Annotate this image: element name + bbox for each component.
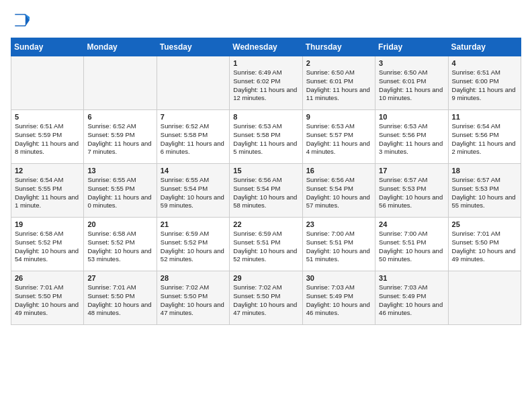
weekday-header: Tuesday [157, 38, 229, 56]
calendar-cell: 9Sunrise: 6:53 AM Sunset: 5:57 PM Daylig… [302, 110, 375, 164]
calendar-cell: 19Sunrise: 6:58 AM Sunset: 5:52 PM Dayli… [11, 218, 84, 271]
calendar-cell: 18Sunrise: 6:57 AM Sunset: 5:53 PM Dayli… [448, 164, 521, 218]
day-info: Sunrise: 6:52 AM Sunset: 5:59 PM Dayligh… [87, 122, 152, 156]
weekday-header: Wednesday [230, 38, 302, 56]
calendar-cell: 25Sunrise: 7:01 AM Sunset: 5:50 PM Dayli… [448, 218, 521, 271]
day-info: Sunrise: 7:03 AM Sunset: 5:49 PM Dayligh… [306, 283, 371, 318]
day-number: 29 [233, 274, 298, 282]
day-number: 31 [379, 274, 444, 282]
calendar-cell: 30Sunrise: 7:03 AM Sunset: 5:49 PM Dayli… [302, 271, 375, 325]
day-info: Sunrise: 6:54 AM Sunset: 5:56 PM Dayligh… [452, 122, 517, 156]
day-number: 3 [379, 59, 444, 67]
day-number: 11 [452, 113, 517, 121]
calendar-week-row: 26Sunrise: 7:01 AM Sunset: 5:50 PM Dayli… [11, 271, 521, 325]
calendar-cell: 22Sunrise: 6:59 AM Sunset: 5:51 PM Dayli… [230, 218, 302, 271]
day-number: 23 [306, 220, 371, 228]
calendar-cell: 5Sunrise: 6:51 AM Sunset: 5:59 PM Daylig… [11, 110, 84, 164]
weekday-header: Monday [84, 38, 157, 56]
day-number: 30 [306, 274, 371, 282]
day-number: 12 [15, 167, 80, 175]
day-info: Sunrise: 6:53 AM Sunset: 5:57 PM Dayligh… [306, 122, 371, 156]
day-number: 14 [161, 167, 226, 175]
day-info: Sunrise: 7:03 AM Sunset: 5:49 PM Dayligh… [379, 283, 444, 318]
calendar-cell: 26Sunrise: 7:01 AM Sunset: 5:50 PM Dayli… [11, 271, 84, 325]
day-number: 21 [161, 220, 226, 228]
day-number: 2 [306, 59, 371, 67]
day-info: Sunrise: 7:01 AM Sunset: 5:50 PM Dayligh… [15, 283, 80, 318]
calendar-cell: 6Sunrise: 6:52 AM Sunset: 5:59 PM Daylig… [84, 110, 157, 164]
calendar-cell: 29Sunrise: 7:02 AM Sunset: 5:50 PM Dayli… [230, 271, 302, 325]
calendar-cell [448, 271, 521, 325]
calendar-week-row: 12Sunrise: 6:54 AM Sunset: 5:55 PM Dayli… [11, 164, 521, 218]
day-info: Sunrise: 6:55 AM Sunset: 5:55 PM Dayligh… [87, 176, 152, 210]
weekday-header: Sunday [11, 38, 84, 56]
day-info: Sunrise: 6:50 AM Sunset: 6:01 PM Dayligh… [306, 68, 371, 103]
day-number: 5 [15, 113, 80, 121]
day-info: Sunrise: 6:55 AM Sunset: 5:54 PM Dayligh… [161, 176, 226, 210]
day-number: 15 [233, 167, 298, 175]
calendar-cell: 14Sunrise: 6:55 AM Sunset: 5:54 PM Dayli… [157, 164, 229, 218]
weekday-header: Saturday [448, 38, 521, 56]
day-number: 17 [379, 167, 444, 175]
day-info: Sunrise: 7:00 AM Sunset: 5:51 PM Dayligh… [379, 230, 444, 264]
day-number: 28 [161, 274, 226, 282]
calendar-cell: 16Sunrise: 6:56 AM Sunset: 5:54 PM Dayli… [302, 164, 375, 218]
calendar-cell: 8Sunrise: 6:53 AM Sunset: 5:58 PM Daylig… [230, 110, 302, 164]
day-number: 27 [87, 274, 152, 282]
calendar-cell: 3Sunrise: 6:50 AM Sunset: 6:01 PM Daylig… [375, 56, 448, 110]
day-info: Sunrise: 6:54 AM Sunset: 5:55 PM Dayligh… [15, 176, 80, 210]
calendar-cell: 13Sunrise: 6:55 AM Sunset: 5:55 PM Dayli… [84, 164, 157, 218]
day-number: 13 [87, 167, 152, 175]
calendar-cell [157, 56, 229, 110]
day-number: 22 [233, 220, 298, 228]
calendar-cell: 4Sunrise: 6:51 AM Sunset: 6:00 PM Daylig… [448, 56, 521, 110]
calendar-cell: 17Sunrise: 6:57 AM Sunset: 5:53 PM Dayli… [375, 164, 448, 218]
day-info: Sunrise: 7:01 AM Sunset: 5:50 PM Dayligh… [87, 283, 152, 318]
day-info: Sunrise: 6:53 AM Sunset: 5:56 PM Dayligh… [379, 122, 444, 156]
day-number: 8 [233, 113, 298, 121]
calendar-cell: 24Sunrise: 7:00 AM Sunset: 5:51 PM Dayli… [375, 218, 448, 271]
calendar-cell: 11Sunrise: 6:54 AM Sunset: 5:56 PM Dayli… [448, 110, 521, 164]
day-info: Sunrise: 7:00 AM Sunset: 5:51 PM Dayligh… [306, 230, 371, 264]
calendar-week-row: 1Sunrise: 6:49 AM Sunset: 6:02 PM Daylig… [11, 56, 521, 110]
day-number: 25 [452, 220, 517, 228]
calendar-cell: 21Sunrise: 6:59 AM Sunset: 5:52 PM Dayli… [157, 218, 229, 271]
day-info: Sunrise: 6:59 AM Sunset: 5:52 PM Dayligh… [161, 230, 226, 264]
day-number: 6 [87, 113, 152, 121]
calendar-cell [84, 56, 157, 110]
day-info: Sunrise: 6:56 AM Sunset: 5:54 PM Dayligh… [233, 176, 298, 210]
logo-icon [11, 11, 30, 30]
calendar-cell: 1Sunrise: 6:49 AM Sunset: 6:02 PM Daylig… [230, 56, 302, 110]
day-info: Sunrise: 6:52 AM Sunset: 5:58 PM Dayligh… [161, 122, 226, 156]
calendar-cell: 27Sunrise: 7:01 AM Sunset: 5:50 PM Dayli… [84, 271, 157, 325]
day-number: 1 [233, 59, 298, 67]
weekday-header: Friday [375, 38, 448, 56]
calendar-week-row: 19Sunrise: 6:58 AM Sunset: 5:52 PM Dayli… [11, 218, 521, 271]
day-info: Sunrise: 6:51 AM Sunset: 5:59 PM Dayligh… [15, 122, 80, 156]
calendar-cell: 7Sunrise: 6:52 AM Sunset: 5:58 PM Daylig… [157, 110, 229, 164]
day-info: Sunrise: 6:57 AM Sunset: 5:53 PM Dayligh… [452, 176, 517, 210]
day-info: Sunrise: 6:58 AM Sunset: 5:52 PM Dayligh… [15, 230, 80, 264]
day-number: 16 [306, 167, 371, 175]
day-number: 26 [15, 274, 80, 282]
day-info: Sunrise: 6:59 AM Sunset: 5:51 PM Dayligh… [233, 230, 298, 264]
day-info: Sunrise: 6:58 AM Sunset: 5:52 PM Dayligh… [87, 230, 152, 264]
day-number: 9 [306, 113, 371, 121]
day-number: 10 [379, 113, 444, 121]
day-info: Sunrise: 7:01 AM Sunset: 5:50 PM Dayligh… [452, 230, 517, 264]
calendar-cell: 20Sunrise: 6:58 AM Sunset: 5:52 PM Dayli… [84, 218, 157, 271]
day-info: Sunrise: 7:02 AM Sunset: 5:50 PM Dayligh… [233, 283, 298, 318]
calendar-cell: 23Sunrise: 7:00 AM Sunset: 5:51 PM Dayli… [302, 218, 375, 271]
day-info: Sunrise: 7:02 AM Sunset: 5:50 PM Dayligh… [161, 283, 226, 318]
day-info: Sunrise: 6:53 AM Sunset: 5:58 PM Dayligh… [233, 122, 298, 156]
calendar-cell: 31Sunrise: 7:03 AM Sunset: 5:49 PM Dayli… [375, 271, 448, 325]
logo [11, 11, 32, 30]
calendar-cell: 28Sunrise: 7:02 AM Sunset: 5:50 PM Dayli… [157, 271, 229, 325]
calendar-cell: 15Sunrise: 6:56 AM Sunset: 5:54 PM Dayli… [230, 164, 302, 218]
day-info: Sunrise: 6:49 AM Sunset: 6:02 PM Dayligh… [233, 68, 298, 103]
calendar-week-row: 5Sunrise: 6:51 AM Sunset: 5:59 PM Daylig… [11, 110, 521, 164]
calendar-cell: 12Sunrise: 6:54 AM Sunset: 5:55 PM Dayli… [11, 164, 84, 218]
day-info: Sunrise: 6:56 AM Sunset: 5:54 PM Dayligh… [306, 176, 371, 210]
svg-rect-2 [11, 15, 26, 26]
day-number: 20 [87, 220, 152, 228]
